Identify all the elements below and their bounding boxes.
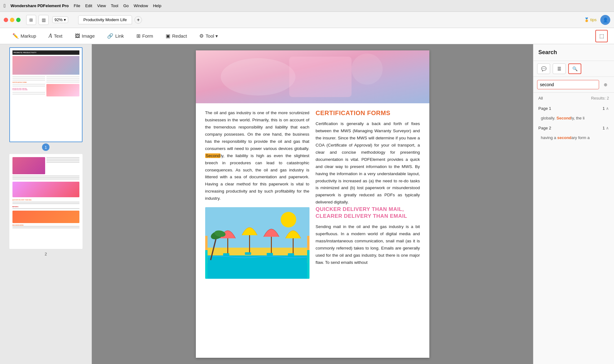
zoom-select[interactable]: 92% ▾ bbox=[52, 16, 68, 23]
menu-go[interactable]: Go bbox=[123, 3, 129, 8]
thumbnail-page-1[interactable]: PROMOTE PRODUCTIVITY CERTIFICATION FORMS… bbox=[3, 47, 88, 151]
thumb2-reports: REPORTS bbox=[12, 206, 79, 208]
thumb1-text bbox=[46, 82, 79, 83]
thumb2-text bbox=[12, 227, 79, 228]
menu-tool[interactable]: Tool bbox=[111, 3, 118, 8]
search-icon: 🔍 bbox=[572, 66, 578, 71]
maximize-button[interactable] bbox=[16, 18, 21, 22]
result1-prefix: globally. bbox=[541, 116, 556, 120]
thumb2-image2 bbox=[12, 211, 79, 223]
markup-label: Markup bbox=[21, 33, 36, 39]
user-avatar[interactable]: 👤 bbox=[600, 15, 610, 25]
result2-prefix: having a bbox=[541, 135, 557, 140]
results-header: All Results: 2 bbox=[533, 93, 614, 104]
thumb1-text bbox=[12, 78, 45, 79]
svg-rect-13 bbox=[245, 252, 251, 255]
title-bar: ⊞ ▥ 92% ▾ Productivity Modern Life + 🏅 t… bbox=[0, 12, 614, 28]
thumb2-text bbox=[12, 202, 79, 203]
page-2-count: 1 ∧ bbox=[602, 126, 609, 130]
menu-edit[interactable]: Edit bbox=[85, 3, 92, 8]
results-all-label: All bbox=[538, 96, 543, 100]
search-input[interactable] bbox=[537, 80, 599, 89]
grid-view-button[interactable]: ⊞ bbox=[26, 15, 36, 25]
main-paragraph: The oil and gas industry is one of the m… bbox=[205, 110, 309, 202]
image-tool-button[interactable]: 🖼 Image bbox=[69, 31, 101, 41]
minimize-button[interactable] bbox=[10, 18, 14, 22]
thumb2-text bbox=[12, 175, 79, 176]
delivery-heading: QUICKER DELIVERY THAN MAIL,CLEARER DELIV… bbox=[316, 206, 420, 220]
chevron-up-icon-2: ∧ bbox=[606, 126, 609, 130]
svg-rect-15 bbox=[288, 253, 294, 256]
thumb-num-2: 2 bbox=[42, 250, 50, 258]
delivery-text: Sending mail in the oil and the gas indu… bbox=[316, 223, 420, 266]
thumb2-person-image bbox=[12, 157, 45, 174]
thumb1-text bbox=[12, 92, 45, 93]
apple-icon[interactable]:  bbox=[4, 3, 6, 9]
panel-toggle-button[interactable]: ⬚ bbox=[595, 30, 608, 42]
tool-icon: ⚙ bbox=[199, 33, 204, 39]
app-name-label: Wondershare PDFelement Pro bbox=[11, 3, 69, 8]
thumb2-orange-text: QUICKER DELIVERY THAN MAIL bbox=[12, 199, 79, 201]
thumb2-text bbox=[12, 203, 79, 204]
tips-icon: 🏅 bbox=[584, 17, 589, 22]
search-tab-search[interactable]: 🔍 bbox=[568, 63, 581, 74]
menu-window[interactable]: Window bbox=[134, 3, 148, 8]
view-toggle-icons: ⊞ ▥ bbox=[26, 15, 49, 25]
thumb2-text bbox=[12, 177, 79, 178]
page-left-column: The oil and gas industry is one of the m… bbox=[205, 110, 309, 279]
thumb1-text bbox=[12, 80, 45, 81]
titlebar-right: 🏅 tips 👤 bbox=[584, 15, 610, 25]
result2-suffix: ary form a bbox=[571, 135, 590, 140]
tool-dropdown-button[interactable]: ⚙ Tool ▾ bbox=[193, 30, 224, 41]
thumb2-text bbox=[12, 208, 79, 209]
split-view-button[interactable]: ▥ bbox=[39, 15, 49, 25]
certification-text: Certification is generally a back and fo… bbox=[316, 120, 420, 206]
result1-suffix: ly, the li bbox=[571, 116, 584, 120]
menu-file[interactable]: File bbox=[74, 3, 80, 8]
menu-help[interactable]: Help bbox=[153, 3, 161, 8]
result-item-1[interactable]: globally. Secondly, the li bbox=[536, 113, 612, 123]
thumb1-text bbox=[46, 76, 79, 77]
comment-icon: 💬 bbox=[541, 66, 546, 71]
search-tab-comment[interactable]: 💬 bbox=[537, 63, 550, 74]
text-tool-button[interactable]: A Text bbox=[42, 30, 69, 42]
result-item-2[interactable]: having a secondary form a bbox=[536, 133, 612, 143]
result1-highlight: Second bbox=[556, 116, 571, 120]
tips-badge[interactable]: 🏅 tips bbox=[584, 17, 597, 22]
link-icon: 🔗 bbox=[107, 33, 113, 39]
menu-bar:  Wondershare PDFelement Pro File Edit V… bbox=[0, 0, 614, 12]
filter-button[interactable]: ⊕ bbox=[601, 80, 610, 89]
tab-bar: Productivity Modern Life + bbox=[78, 15, 580, 24]
thumb2-text bbox=[12, 226, 79, 227]
redact-label: Redact bbox=[172, 33, 187, 39]
page-1-count: 1 ∧ bbox=[602, 106, 609, 111]
text-label: Text bbox=[54, 33, 63, 39]
results-page-1-header[interactable]: Page 1 1 ∧ bbox=[536, 104, 612, 113]
search-panel-title: Search bbox=[533, 44, 614, 61]
active-tab[interactable]: Productivity Modern Life bbox=[78, 15, 132, 24]
menu-items: File Edit View Tool Go Window Help bbox=[74, 3, 162, 8]
search-tab-list[interactable]: ☰ bbox=[553, 63, 566, 74]
page-right-column: CERTIFICATION FORMS Certification is gen… bbox=[316, 110, 420, 279]
close-button[interactable] bbox=[4, 18, 8, 22]
link-tool-button[interactable]: 🔗 Link bbox=[101, 30, 130, 41]
add-tab-button[interactable]: + bbox=[135, 16, 142, 24]
results-section: Page 1 1 ∧ globally. Secondly, the li Pa… bbox=[533, 104, 614, 142]
tab-title: Productivity Modern Life bbox=[83, 17, 127, 22]
form-tool-button[interactable]: ⊞ Form bbox=[130, 30, 159, 41]
markup-tool-button[interactable]: ✏️ Markup bbox=[6, 30, 42, 41]
highlighted-word: Second bbox=[205, 153, 221, 158]
thumb1-text bbox=[46, 80, 79, 81]
svg-point-1 bbox=[221, 58, 295, 96]
results-page-2-header[interactable]: Page 2 1 ∧ bbox=[536, 123, 612, 133]
thumb1-text bbox=[12, 76, 45, 77]
secondary-toolbar: ✏️ Markup A Text 🖼 Image 🔗 Link ⊞ Form ▣… bbox=[0, 28, 614, 44]
svg-rect-2 bbox=[289, 57, 352, 97]
thumb2-side-text bbox=[46, 157, 79, 174]
redact-tool-button[interactable]: ▣ Redact bbox=[159, 30, 193, 41]
svg-point-3 bbox=[352, 54, 383, 85]
thumbnail-page-2[interactable]: QUICKER DELIVERY THAN MAIL REPORTS DISCU… bbox=[3, 154, 88, 258]
menu-view[interactable]: View bbox=[97, 3, 106, 8]
thumbnail-panel: PROMOTE PRODUCTIVITY CERTIFICATION FORMS… bbox=[0, 44, 92, 364]
thumb1-text bbox=[12, 94, 45, 95]
